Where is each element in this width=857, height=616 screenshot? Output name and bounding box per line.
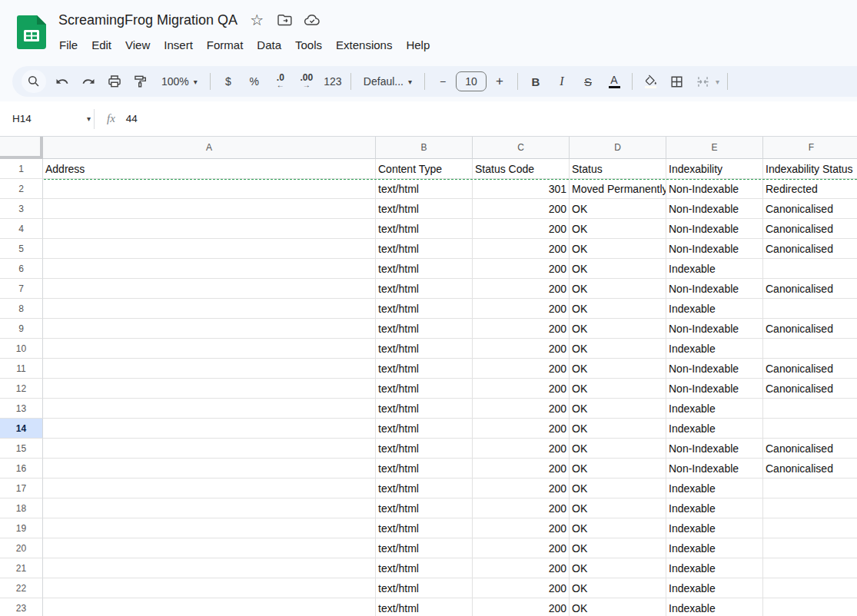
cell-A22[interactable] xyxy=(43,578,376,598)
row-header-14[interactable]: 14 xyxy=(0,419,43,439)
cell-B16[interactable]: text/html xyxy=(376,459,473,479)
cell-C6[interactable]: 200 xyxy=(473,259,570,279)
row-header-6[interactable]: 6 xyxy=(0,259,43,279)
cell-A7[interactable] xyxy=(43,279,376,299)
cell-F9[interactable]: Canonicalised xyxy=(763,319,857,339)
cell-E20[interactable]: Indexable xyxy=(666,538,763,558)
cell-B17[interactable]: text/html xyxy=(376,479,473,498)
cell-B22[interactable]: text/html xyxy=(376,578,473,598)
increase-font-size-button[interactable]: + xyxy=(488,70,511,93)
cell-C22[interactable]: 200 xyxy=(473,578,570,598)
cell-A21[interactable] xyxy=(43,558,376,578)
cell-C12[interactable]: 200 xyxy=(473,379,570,399)
row-header-1[interactable]: 1 xyxy=(0,159,43,179)
cell-C4[interactable]: 200 xyxy=(473,219,570,239)
cell-D11[interactable]: OK xyxy=(570,359,666,379)
row-header-23[interactable]: 23 xyxy=(0,598,43,616)
menu-format[interactable]: Format xyxy=(200,35,251,55)
cell-B8[interactable]: text/html xyxy=(376,299,473,319)
row-header-18[interactable]: 18 xyxy=(0,498,43,518)
cell-E8[interactable]: Indexable xyxy=(666,299,763,319)
cell-A17[interactable] xyxy=(43,479,376,498)
cell-E23[interactable]: Indexable xyxy=(666,598,763,616)
cell-A11[interactable] xyxy=(43,359,376,379)
row-header-5[interactable]: 5 xyxy=(0,239,43,259)
cell-F12[interactable]: Canonicalised xyxy=(763,379,857,399)
cell-D13[interactable]: OK xyxy=(570,399,666,419)
cell-D20[interactable]: OK xyxy=(570,538,666,558)
row-header-15[interactable]: 15 xyxy=(0,439,43,459)
text-color-button[interactable]: A xyxy=(603,70,626,93)
cell-A12[interactable] xyxy=(43,379,376,399)
row-header-13[interactable]: 13 xyxy=(0,399,43,419)
cell-F3[interactable]: Canonicalised xyxy=(763,199,857,219)
cell-B2[interactable]: text/html xyxy=(376,179,473,199)
column-header-F[interactable]: F xyxy=(763,137,857,159)
column-header-A[interactable]: A xyxy=(43,137,376,159)
cell-E16[interactable]: Non-Indexable xyxy=(666,459,763,479)
strikethrough-button[interactable]: S xyxy=(576,70,600,93)
cell-C16[interactable]: 200 xyxy=(473,459,570,479)
cell-A23[interactable] xyxy=(43,598,376,616)
cell-E7[interactable]: Non-Indexable xyxy=(666,279,763,299)
cell-C14[interactable]: 200 xyxy=(473,419,570,439)
cell-D23[interactable]: OK xyxy=(570,598,666,616)
sheets-logo-icon[interactable] xyxy=(17,15,46,49)
cell-A18[interactable] xyxy=(43,498,376,518)
cell-B7[interactable]: text/html xyxy=(376,279,473,299)
menu-extensions[interactable]: Extensions xyxy=(329,35,399,55)
cell-B21[interactable]: text/html xyxy=(376,558,473,578)
cell-A14[interactable] xyxy=(43,419,376,439)
cell-E11[interactable]: Non-Indexable xyxy=(666,359,763,379)
cell-C3[interactable]: 200 xyxy=(473,199,570,219)
cell-C5[interactable]: 200 xyxy=(473,239,570,259)
row-header-17[interactable]: 17 xyxy=(0,479,43,498)
column-header-D[interactable]: D xyxy=(570,137,666,159)
row-header-4[interactable]: 4 xyxy=(0,219,43,239)
cell-D22[interactable]: OK xyxy=(570,578,666,598)
name-box[interactable]: H14 ▾ xyxy=(0,113,91,124)
cell-C15[interactable]: 200 xyxy=(473,439,570,459)
italic-button[interactable]: I xyxy=(550,70,573,93)
cell-E22[interactable]: Indexable xyxy=(666,578,763,598)
cell-B19[interactable]: text/html xyxy=(376,518,473,538)
cell-F2[interactable]: Redirected xyxy=(763,179,857,199)
cell-F7[interactable]: Canonicalised xyxy=(763,279,857,299)
cell-F11[interactable]: Canonicalised xyxy=(763,359,857,379)
cell-F17[interactable] xyxy=(763,479,857,498)
cell-C10[interactable]: 200 xyxy=(473,339,570,359)
row-header-7[interactable]: 7 xyxy=(0,279,43,299)
cell-C17[interactable]: 200 xyxy=(473,479,570,498)
cell-F21[interactable] xyxy=(763,558,857,578)
redo-icon[interactable] xyxy=(77,70,100,93)
cell-F14[interactable] xyxy=(763,419,857,439)
cell-A19[interactable] xyxy=(43,518,376,538)
cell-C18[interactable]: 200 xyxy=(473,498,570,518)
cell-D15[interactable]: OK xyxy=(570,439,666,459)
cell-F15[interactable]: Canonicalised xyxy=(763,439,857,459)
cell-D5[interactable]: OK xyxy=(570,239,666,259)
cell-F1[interactable]: Indexability Status xyxy=(763,159,857,179)
cell-C11[interactable]: 200 xyxy=(473,359,570,379)
cell-F23[interactable] xyxy=(763,598,857,616)
row-header-20[interactable]: 20 xyxy=(0,538,43,558)
increase-decimal-button[interactable]: .00→ xyxy=(295,70,318,93)
decrease-font-size-button[interactable]: − xyxy=(431,70,454,93)
cell-E15[interactable]: Non-Indexable xyxy=(666,439,763,459)
cell-D6[interactable]: OK xyxy=(570,259,666,279)
cell-D10[interactable]: OK xyxy=(570,339,666,359)
cell-B11[interactable]: text/html xyxy=(376,359,473,379)
cell-B20[interactable]: text/html xyxy=(376,538,473,558)
menu-data[interactable]: Data xyxy=(250,35,288,55)
select-all-corner[interactable] xyxy=(0,137,43,159)
cell-F5[interactable]: Canonicalised xyxy=(763,239,857,259)
cell-E5[interactable]: Non-Indexable xyxy=(666,239,763,259)
cell-B3[interactable]: text/html xyxy=(376,199,473,219)
cell-D19[interactable]: OK xyxy=(570,518,666,538)
cell-D16[interactable]: OK xyxy=(570,459,666,479)
chevron-down-icon[interactable]: ▾ xyxy=(716,78,719,86)
cell-D21[interactable]: OK xyxy=(570,558,666,578)
cell-F20[interactable] xyxy=(763,538,857,558)
row-header-10[interactable]: 10 xyxy=(0,339,43,359)
row-header-19[interactable]: 19 xyxy=(0,518,43,538)
